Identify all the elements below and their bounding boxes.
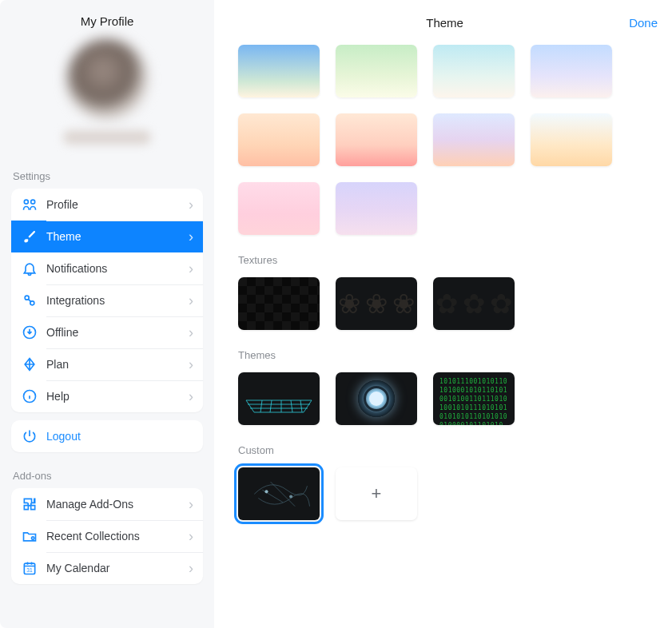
menu-label: Help — [46, 390, 189, 403]
menu-label: Theme — [46, 230, 189, 243]
sidebar-item-recent-collections[interactable]: Recent Collections › — [11, 520, 203, 552]
brush-icon — [21, 228, 38, 245]
done-button[interactable]: Done — [629, 16, 658, 30]
themes-grid: 1010111001010110101000101011010100101001… — [238, 372, 648, 425]
menu-label: Offline — [46, 326, 189, 339]
sidebar-title: My Profile — [0, 0, 214, 39]
chevron-right-icon: › — [189, 497, 193, 511]
content-scroll[interactable]: Textures ❀❀❀ ✿✿✿ Themes 1010111001010110… — [214, 45, 672, 628]
addons-label: Add-ons — [0, 462, 214, 488]
gradient-tile[interactable] — [238, 182, 320, 235]
sidebar-item-integrations[interactable]: Integrations › — [11, 284, 203, 316]
sidebar-item-profile[interactable]: Profile › — [11, 189, 203, 221]
link-icon — [21, 292, 38, 309]
page-title: Theme — [260, 16, 629, 30]
gradient-tile[interactable] — [238, 113, 320, 166]
texture-tile-damask-dark[interactable]: ✿✿✿ — [433, 277, 515, 330]
calendar-icon: 31 — [21, 559, 38, 577]
menu-label: Profile — [46, 198, 189, 211]
sidebar-item-theme[interactable]: Theme › — [11, 221, 203, 252]
menu-label: Logout — [46, 430, 193, 443]
gradient-tile[interactable] — [336, 113, 417, 166]
sidebar-item-plan[interactable]: Plan › — [11, 348, 203, 380]
sidebar-item-my-calendar[interactable]: 31 My Calendar › — [11, 552, 203, 584]
theme-tile-grid[interactable] — [238, 372, 320, 425]
avatar-section — [0, 39, 214, 162]
gradient-tile[interactable] — [433, 113, 515, 166]
texture-tile-damask[interactable]: ❀❀❀ — [336, 277, 417, 330]
chevron-right-icon: › — [189, 529, 193, 543]
svg-point-0 — [24, 200, 28, 204]
gradient-tile[interactable] — [433, 45, 515, 97]
folder-icon — [21, 527, 38, 545]
sidebar-item-notifications[interactable]: Notifications › — [11, 252, 203, 284]
custom-heading: Custom — [238, 444, 648, 456]
svg-point-10 — [289, 495, 292, 498]
chevron-right-icon: › — [189, 197, 193, 212]
avatar[interactable] — [67, 39, 147, 119]
chevron-right-icon: › — [189, 325, 193, 340]
svg-point-1 — [31, 200, 35, 204]
sidebar: My Profile Settings Profile › Theme › No… — [0, 0, 214, 628]
textures-heading: Textures — [238, 254, 648, 266]
plus-icon: + — [372, 483, 382, 504]
svg-text:31: 31 — [26, 567, 33, 573]
info-icon — [21, 388, 38, 405]
sidebar-item-offline[interactable]: Offline › — [11, 316, 203, 348]
profile-icon — [21, 196, 38, 213]
sidebar-item-help[interactable]: Help › — [11, 380, 203, 412]
theme-tile-binary[interactable]: 1010111001010110101000101011010100101001… — [433, 372, 515, 425]
gradient-tile[interactable] — [531, 45, 612, 97]
gradient-tile[interactable] — [336, 45, 417, 97]
gradient-tile[interactable] — [238, 45, 320, 97]
svg-point-9 — [265, 490, 268, 493]
textures-grid: ❀❀❀ ✿✿✿ — [238, 277, 648, 330]
menu-label: Recent Collections — [46, 530, 189, 543]
puzzle-icon — [21, 495, 38, 513]
add-custom-button[interactable]: + — [336, 467, 417, 520]
download-icon — [21, 324, 38, 341]
addons-menu: Manage Add-Ons › Recent Collections › 31… — [11, 488, 203, 584]
gradient-tile[interactable] — [336, 182, 417, 235]
chevron-right-icon: › — [189, 229, 193, 244]
chevron-right-icon: › — [189, 293, 193, 308]
menu-label: Integrations — [46, 294, 189, 307]
diamond-icon — [21, 356, 38, 373]
menu-label: Plan — [46, 358, 189, 371]
gradient-grid — [238, 45, 648, 235]
settings-menu: Profile › Theme › Notifications › Integr… — [11, 189, 203, 412]
main-panel: Theme Done Textures ❀❀❀ ✿✿✿ — [214, 0, 672, 628]
gradient-tile[interactable] — [531, 113, 612, 166]
themes-heading: Themes — [238, 349, 648, 361]
svg-point-6 — [32, 537, 34, 539]
avatar-name — [63, 130, 151, 145]
header: Theme Done — [214, 0, 672, 45]
theme-tile-reactor[interactable] — [336, 372, 417, 425]
menu-label: My Calendar — [46, 562, 189, 574]
custom-tile-selected[interactable] — [238, 467, 320, 520]
bell-icon — [21, 260, 38, 277]
texture-tile-checker[interactable] — [238, 277, 320, 330]
chevron-right-icon: › — [189, 561, 193, 575]
sidebar-item-logout[interactable]: Logout — [11, 420, 203, 452]
custom-grid: + — [238, 467, 648, 520]
settings-label: Settings — [0, 162, 214, 189]
chevron-right-icon: › — [189, 261, 193, 276]
menu-label: Manage Add-Ons — [46, 498, 189, 511]
sidebar-item-manage-addons[interactable]: Manage Add-Ons › — [11, 488, 203, 520]
logout-card: Logout — [11, 420, 203, 452]
power-icon — [21, 427, 38, 445]
chevron-right-icon: › — [189, 389, 193, 403]
menu-label: Notifications — [46, 262, 189, 275]
chevron-right-icon: › — [189, 357, 193, 372]
